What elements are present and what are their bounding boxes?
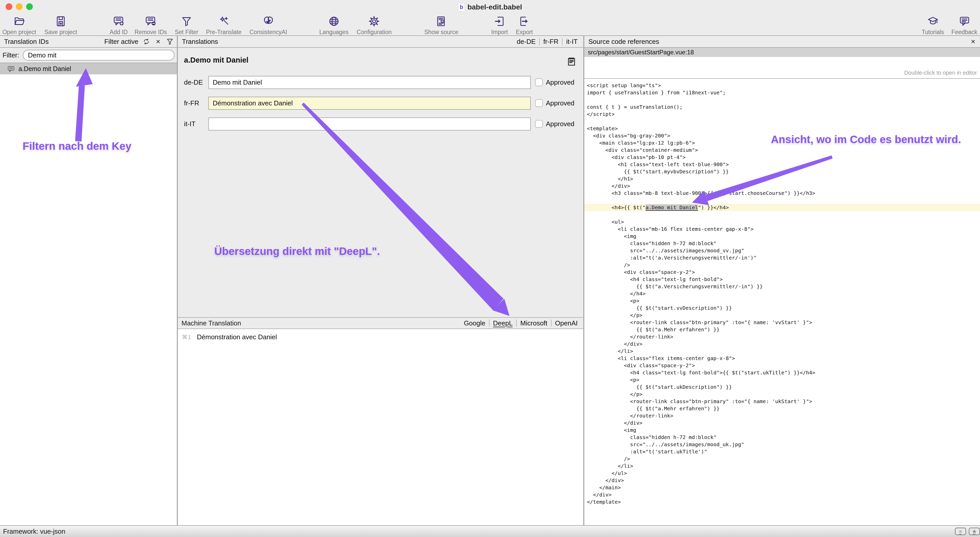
code-line: :alt="t('start.ukTitle')": [584, 448, 980, 455]
code-line: <h4 class="text-lg font-bold">{{ $t("sta…: [584, 369, 980, 376]
code-line: </div>: [584, 477, 980, 484]
code-line: </h1>: [584, 175, 980, 182]
translation-id-label: a.Demo mit Daniel: [19, 65, 71, 73]
toolbar-button-label: Import: [491, 29, 508, 36]
language-tab-de-de[interactable]: de-DE: [513, 38, 539, 46]
toolbar-button-show-source[interactable]: Show source: [425, 15, 458, 36]
filter-input[interactable]: [23, 50, 175, 61]
zoom-window-button[interactable]: [26, 3, 33, 10]
code-line-highlighted: <h4>{{ $t("a.Demo mit Daniel") }}</h4>: [584, 204, 980, 211]
code-line: :alt="t('a.Versicherungsvermittler/-in')…: [584, 254, 980, 261]
code-listing[interactable]: <script setup lang="ts">import { useTran…: [584, 79, 980, 525]
approved-checkbox[interactable]: [535, 120, 543, 128]
toolbar-button-label: Export: [516, 29, 533, 36]
code-line: [584, 96, 980, 104]
toolbar-button-label: Open project: [2, 29, 36, 36]
language-label: fr-FR: [184, 97, 207, 110]
toolbar-button-set-filter[interactable]: Set Filter: [175, 15, 198, 36]
approved-label: Approved: [546, 118, 574, 131]
approved-checkbox[interactable]: [535, 99, 543, 107]
toolbar-button-pre-translate[interactable]: Pre-Translate: [206, 15, 242, 36]
toolbar-button-configuration[interactable]: Configuration: [357, 15, 392, 36]
toolbar-button-label: Pre-Translate: [206, 29, 242, 36]
code-line: class="hidden h-72 md:block": [584, 433, 980, 441]
code-line: </div>: [584, 491, 980, 498]
code-line: </h4>: [584, 290, 980, 297]
set-filter-icon: [175, 15, 198, 28]
code-line: [584, 197, 980, 204]
code-line: class="hidden h-72 md:block": [584, 240, 980, 247]
toolbar-button-export[interactable]: Export: [516, 15, 533, 36]
annotation-code-text: Ansicht, wo im Code es benutzt wird.: [771, 133, 961, 146]
mt-suggestion-row[interactable]: ⌘1 Démonstration avec Daniel: [178, 329, 583, 341]
code-line: <li class="flex items-center gap-x-8">: [584, 355, 980, 362]
toolbar-button-remove-ids[interactable]: Remove IDs: [135, 15, 167, 36]
document-icon: b: [458, 3, 465, 11]
language-tab-it-it[interactable]: it-IT: [563, 38, 581, 46]
add-id-icon: [110, 15, 127, 28]
minimize-window-button[interactable]: [16, 3, 22, 10]
translation-input-it-it[interactable]: [208, 118, 531, 131]
code-line: </router-link>: [584, 412, 980, 419]
save-project-icon: [45, 15, 77, 28]
translation-ids-header: Translation IDs Filter active ×: [0, 36, 177, 48]
consistency-ai-icon: [249, 15, 287, 28]
translation-input-fr-fr[interactable]: [208, 97, 531, 110]
show-source-icon: [425, 15, 458, 28]
refresh-icon[interactable]: [143, 38, 150, 45]
toolbar-button-label: Save project: [45, 29, 77, 36]
import-icon: [491, 15, 508, 28]
toolbar-button-label: Languages: [319, 29, 348, 36]
wave-badge-icon[interactable]: ≈: [955, 527, 966, 535]
code-line: [584, 211, 980, 218]
code-line: <script setup lang="ts">: [584, 82, 980, 89]
toolbar-button-open-project[interactable]: Open project: [2, 15, 36, 36]
approved-checkbox[interactable]: [535, 78, 543, 86]
code-line: <div class="container-medium">: [584, 147, 980, 154]
code-line: />: [584, 261, 980, 269]
entry-title: a.Demo mit Daniel: [184, 56, 248, 64]
approved-label: Approved: [546, 76, 574, 89]
code-line: src="../../assets/images/mood_uk.jpg": [584, 441, 980, 448]
star-badge-icon[interactable]: ★: [969, 527, 980, 535]
provider-tab-deepl[interactable]: DeepL: [490, 319, 516, 327]
open-project-icon: [2, 15, 36, 28]
toolbar-button-label: Configuration: [357, 29, 392, 36]
toolbar-button-tutorials[interactable]: Tutorials: [921, 15, 944, 36]
toolbar-button-languages[interactable]: Languages: [319, 15, 348, 36]
code-line: <img: [584, 427, 980, 433]
toolbar-button-feedback[interactable]: Feedback: [951, 15, 977, 36]
notepad-icon[interactable]: [566, 56, 577, 67]
code-line: <div class="pb-10 pt-4">: [584, 154, 980, 161]
translation-input-de-de[interactable]: [208, 76, 531, 89]
toolbar-button-add-id[interactable]: Add ID: [110, 15, 127, 36]
provider-tab-microsoft[interactable]: Microsoft: [517, 319, 551, 327]
toolbar-button-label: Show source: [425, 29, 458, 36]
code-line: <router-link class="btn-primary" :to="{ …: [584, 319, 980, 326]
translation-id-item[interactable]: a.Demo mit Daniel: [0, 63, 177, 74]
close-window-button[interactable]: [6, 3, 12, 10]
close-panel-icon[interactable]: ×: [969, 38, 977, 45]
source-reference-row[interactable]: src/pages/start/GuestStartPage.vue:18: [584, 48, 980, 57]
provider-tab-openai[interactable]: OpenAI: [552, 319, 581, 327]
toolbar-button-consistencyai[interactable]: ConsistencyAI: [249, 15, 287, 36]
toolbar-button-label: ConsistencyAI: [249, 29, 287, 36]
toolbar-button-save-project[interactable]: Save project: [45, 15, 77, 36]
provider-tab-google[interactable]: Google: [460, 319, 489, 327]
machine-translation-body: ⌘1 Démonstration avec Daniel: [178, 329, 583, 525]
approved-label: Approved: [546, 97, 574, 110]
code-line: </ul>: [584, 470, 980, 477]
hint-area: Double-click to open in editor: [584, 57, 980, 79]
highlighted-translation-key: a.Demo mit Daniel: [646, 204, 698, 210]
clear-filter-icon[interactable]: ×: [154, 38, 162, 45]
remove-ids-icon: [135, 15, 167, 28]
language-label: de-DE: [184, 76, 207, 89]
language-tab-fr-fr[interactable]: fr-FR: [540, 38, 562, 46]
code-line: <h1 class="text-left text-blue-900">: [584, 161, 980, 168]
toolbar-button-import[interactable]: Import: [491, 15, 508, 36]
code-line: [584, 118, 980, 125]
panel-splitter-left[interactable]: [177, 36, 178, 525]
panel-splitter-right[interactable]: [583, 36, 584, 525]
code-line: <div class="space-y-2">: [584, 362, 980, 369]
filter-funnel-icon[interactable]: [166, 38, 174, 45]
